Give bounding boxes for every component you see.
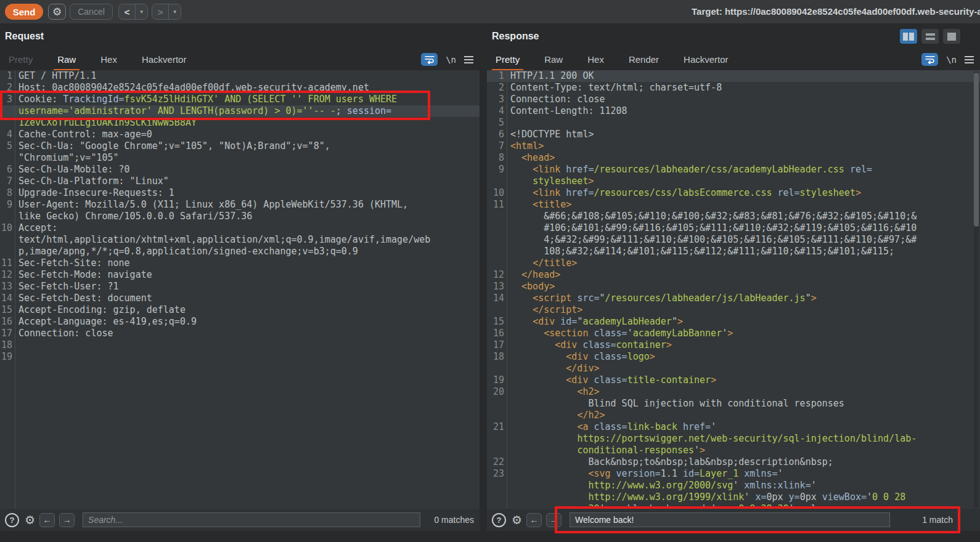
send-settings-button[interactable]: ⚙: [48, 4, 66, 20]
response-code-line: 2Content-Type: text/html; charset=utf-8: [487, 82, 980, 94]
request-editor-icons: \n: [421, 53, 473, 66]
request-search-input[interactable]: [83, 512, 420, 527]
response-code-line: Blind SQL injection with conditional res…: [487, 398, 980, 410]
line-number: 1: [0, 70, 15, 82]
response-tab-hex[interactable]: Hex: [584, 53, 608, 69]
search-settings-icon[interactable]: ⚙: [25, 514, 35, 526]
request-panel: Request PrettyRawHexHackvertor \n 1GET /…: [0, 23, 480, 531]
line-number: 5: [487, 117, 507, 129]
request-tab-hackvertor[interactable]: Hackvertor: [138, 53, 190, 69]
search-settings-icon[interactable]: ⚙: [512, 514, 522, 526]
gutter-divider: [15, 70, 15, 509]
response-tab-render[interactable]: Render: [625, 53, 663, 69]
scrollbar-thumb[interactable]: [974, 73, 979, 227]
request-code-line: 12Sec-Fetch-Mode: navigate: [0, 269, 480, 281]
response-tab-pretty[interactable]: Pretty: [492, 53, 523, 71]
request-tab-pretty[interactable]: Pretty: [5, 53, 36, 69]
response-code-line: 16 <section class='academyLabBanner'>: [487, 328, 980, 339]
response-code-line: </div>: [487, 363, 980, 374]
request-code-line: "Chromium";v="105": [0, 152, 480, 164]
line-number: [0, 117, 15, 129]
response-code-line: 8 <head>: [487, 152, 980, 164]
request-code-line: like Gecko) Chrome/105.0.0.0 Safari/537.…: [0, 211, 480, 222]
editor-menu-icon[interactable]: [464, 56, 473, 63]
line-number: [487, 433, 507, 445]
line-number: [487, 257, 507, 269]
response-code-line: 13 <body>: [487, 281, 980, 293]
prev-match-button[interactable]: ←: [526, 513, 542, 527]
line-number: 21: [487, 421, 507, 433]
request-tab-hex[interactable]: Hex: [97, 53, 121, 69]
show-newlines-toggle[interactable]: \n: [446, 55, 456, 65]
next-match-button[interactable]: →: [546, 513, 561, 527]
response-code-line: 7<html>: [487, 140, 980, 152]
line-number: 11: [0, 257, 15, 269]
next-match-button[interactable]: →: [59, 513, 75, 527]
request-code-line: 8Upgrade-Insecure-Requests: 1: [0, 187, 480, 199]
response-code-line: 23 <svg version=1.1 id=Layer_1 xmlns=': [487, 468, 980, 480]
response-tab-hackvertor[interactable]: Hackvertor: [680, 53, 732, 69]
request-tab-raw[interactable]: Raw: [54, 53, 80, 71]
line-number: 6: [0, 164, 15, 176]
forward-history-button[interactable]: > ▾: [152, 4, 181, 20]
request-code-line: 3Cookie: TrackingId=fsvK54z5lHdihGTX' AN…: [0, 94, 480, 105]
response-code-line: 10 <link href=/resources/css/labsEcommer…: [487, 187, 980, 199]
line-number: 22: [487, 456, 507, 468]
response-code-line: 14 <script src="/resources/labheader/js/…: [487, 293, 980, 304]
response-editor-icons: \n: [921, 53, 974, 66]
line-number: 6: [487, 129, 507, 140]
response-scrollbar[interactable]: [974, 71, 979, 508]
request-code-line: 16Accept-Language: es-419,es;q=0.9: [0, 316, 480, 328]
layout-single-button[interactable]: [943, 29, 960, 44]
request-code-line: 13Sec-Fetch-User: ?1: [0, 281, 480, 293]
word-wrap-toggle[interactable]: [921, 53, 938, 66]
response-code-line: 5: [487, 117, 980, 129]
back-dropdown-caret-icon[interactable]: ▾: [136, 9, 147, 15]
line-number: 15: [0, 304, 15, 316]
request-code-line: 14Sec-Fetch-Dest: document: [0, 293, 480, 304]
layout-rows-button[interactable]: [921, 29, 939, 44]
prev-match-button[interactable]: ←: [39, 513, 55, 527]
forward-dropdown-caret-icon[interactable]: ▾: [169, 9, 181, 15]
line-number: [0, 105, 15, 117]
line-number: [487, 222, 507, 234]
target-url: Target: https://0ac80089042e8524c05fe4ad…: [692, 0, 980, 23]
help-icon[interactable]: ?: [5, 513, 19, 527]
response-code-line: 1HTTP/1.1 200 OK: [487, 70, 980, 82]
response-code-line: 4;&#32;&#99;&#111;&#110;&#100;&#105;&#11…: [487, 234, 980, 246]
request-code-line: 2Host: 0ac80089042e8524c05fe4ad00ef00df.…: [0, 82, 480, 94]
line-number: 12: [0, 269, 15, 281]
line-number: [487, 211, 507, 222]
request-code-line: 15Accept-Encoding: gzip, deflate: [0, 304, 480, 316]
response-code-line: 30' enable-background='new 0 0 28 30' xm…: [487, 503, 980, 509]
line-number: [487, 234, 507, 246]
word-wrap-icon: [925, 55, 936, 64]
show-newlines-toggle[interactable]: \n: [946, 55, 957, 65]
cancel-button[interactable]: Cancel: [70, 4, 113, 20]
response-code-line: 20 <h2>: [487, 386, 980, 398]
response-tabbar: PrettyRawHexRenderHackvertor: [492, 53, 906, 70]
response-search-input[interactable]: [570, 512, 890, 527]
response-tab-raw[interactable]: Raw: [541, 53, 566, 69]
response-code-line: 22 Back&nbsp;to&nbsp;lab&nbsp;descriptio…: [487, 456, 980, 468]
line-number: 2: [0, 82, 15, 94]
request-code-line: 1GET / HTTP/1.1: [0, 70, 480, 82]
line-number: 16: [487, 328, 507, 339]
request-editor[interactable]: 1GET / HTTP/1.12Host: 0ac80089042e8524c0…: [0, 70, 480, 509]
request-code-line: 6Sec-Ch-Ua-Mobile: ?0: [0, 164, 480, 176]
burp-repeater-window: Send ⚙ Cancel < ▾ > ▾ Target: https://0a…: [0, 0, 980, 542]
line-number: [487, 398, 507, 410]
line-number: [0, 211, 15, 222]
send-button[interactable]: Send: [5, 4, 43, 20]
response-code-line: </h2>: [487, 410, 980, 421]
editor-menu-icon[interactable]: [965, 56, 974, 63]
back-history-button[interactable]: < ▾: [118, 4, 148, 20]
help-icon[interactable]: ?: [492, 513, 506, 527]
line-number: 12: [487, 269, 507, 281]
response-editor[interactable]: 1HTTP/1.1 200 OK2Content-Type: text/html…: [487, 70, 980, 509]
response-code-line: 17 <div class=container>: [487, 339, 980, 351]
word-wrap-toggle[interactable]: [421, 53, 438, 66]
line-number: 8: [487, 152, 507, 164]
response-code-line: </title>: [487, 257, 980, 269]
layout-columns-button[interactable]: [900, 29, 917, 44]
